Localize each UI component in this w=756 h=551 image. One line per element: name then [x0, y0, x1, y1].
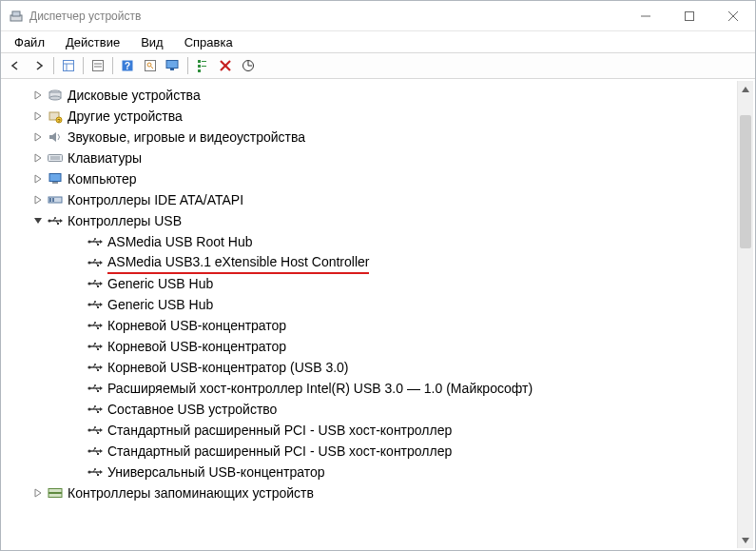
close-button[interactable]: [711, 1, 755, 30]
svg-point-66: [94, 384, 96, 386]
expand-toggle[interactable]: [31, 111, 45, 121]
usbdev-icon: [87, 234, 104, 249]
scrollbar-thumb[interactable]: [740, 115, 751, 248]
svg-rect-81: [48, 494, 62, 498]
svg-rect-76: [97, 453, 99, 455]
tree-item[interactable]: Стандартный расширенный PCI - USB хост-к…: [3, 441, 737, 462]
tree-item[interactable]: Расширяемый хост-контроллер Intel(R) USB…: [3, 378, 737, 399]
tree-config-icon[interactable]: [191, 55, 214, 76]
svg-rect-46: [97, 244, 99, 246]
tree-item[interactable]: Корневой USB-концентратор: [3, 336, 737, 357]
tree-item-label: Контроллеры IDE ATA/ATAPI: [68, 189, 243, 210]
tree-item-label: Стандартный расширенный PCI - USB хост-к…: [107, 441, 452, 462]
svg-rect-19: [198, 60, 201, 63]
expand-toggle[interactable]: [31, 174, 45, 184]
svg-rect-67: [97, 390, 99, 392]
tree-item-label: Клавиатуры: [68, 148, 142, 168]
refresh-icon[interactable]: [237, 55, 260, 76]
tree-item-label: Корневой USB-концентратор: [107, 315, 286, 336]
svg-point-63: [94, 364, 96, 365]
maximize-button[interactable]: [668, 1, 711, 30]
svg-rect-21: [198, 69, 201, 72]
expand-toggle[interactable]: [31, 90, 45, 100]
svg-point-59: [87, 344, 90, 347]
scroll-up-arrow[interactable]: [738, 81, 753, 97]
tree-item[interactable]: Универсальный USB-концентратор: [3, 462, 737, 482]
minimize-button[interactable]: [624, 1, 668, 30]
tree-category[interactable]: Контроллеры USB: [3, 210, 737, 231]
tree-item[interactable]: ASMedia USB3.1 eXtensible Host Controlle…: [3, 252, 737, 273]
scrollbar-vertical[interactable]: [737, 81, 753, 548]
tree-item[interactable]: Корневой USB-концентратор (USB 3.0): [3, 357, 737, 378]
svg-point-69: [94, 405, 96, 407]
scroll-down-arrow[interactable]: [738, 532, 753, 548]
tree-item-label: Контроллеры запоминающих устройств: [68, 482, 314, 503]
svg-point-47: [87, 261, 90, 264]
tree-category[interactable]: Звуковые, игровые и видеоустройства: [3, 127, 737, 148]
menu-action[interactable]: Действие: [56, 33, 129, 51]
tree-category[interactable]: Клавиатуры: [3, 148, 737, 168]
svg-point-57: [94, 322, 96, 324]
delete-icon[interactable]: [214, 55, 237, 76]
menubar: Файл Действие Вид Справка: [1, 31, 755, 52]
svg-rect-49: [97, 265, 99, 266]
expand-toggle[interactable]: [31, 153, 45, 163]
content-area: Дисковые устройства?Другие устройстваЗву…: [3, 81, 753, 548]
tree-item[interactable]: Стандартный расширенный PCI - USB хост-к…: [3, 420, 737, 441]
menu-file[interactable]: Файл: [5, 33, 54, 51]
tree-item-label: Расширяемый хост-контроллер Intel(R) USB…: [107, 378, 533, 399]
tree-category[interactable]: Дисковые устройства: [3, 85, 737, 106]
expand-toggle[interactable]: [31, 132, 45, 142]
usbdev-icon: [87, 381, 104, 396]
svg-rect-61: [97, 348, 99, 350]
tree-item-label: Стандартный расширенный PCI - USB хост-к…: [107, 420, 452, 441]
expand-toggle[interactable]: [31, 195, 45, 205]
svg-rect-18: [170, 69, 174, 70]
tree-item[interactable]: Корневой USB-концентратор: [3, 315, 737, 336]
computer-icon: [47, 171, 64, 187]
usbdev-icon: [87, 276, 104, 291]
toolbar-separator: [187, 57, 188, 74]
keyboard-icon: [47, 150, 64, 166]
storage-icon: [47, 485, 64, 501]
svg-point-41: [48, 219, 50, 222]
svg-rect-3: [686, 11, 694, 20]
tree-category[interactable]: Контроллеры запоминающих устройств: [3, 482, 737, 503]
svg-rect-37: [52, 182, 58, 184]
list-icon[interactable]: [87, 55, 109, 76]
tree-item[interactable]: Generic USB Hub: [3, 273, 737, 294]
tree-item-label: Корневой USB-концентратор (USB 3.0): [107, 357, 349, 378]
svg-point-65: [87, 386, 90, 389]
properties-icon[interactable]: [57, 55, 80, 76]
tree-item[interactable]: ASMedia USB Root Hub: [3, 231, 737, 252]
svg-rect-79: [97, 474, 99, 476]
back-button[interactable]: [5, 55, 28, 76]
svg-rect-52: [97, 285, 99, 287]
device-tree[interactable]: Дисковые устройства?Другие устройстваЗву…: [3, 81, 737, 548]
tree-category[interactable]: Компьютер: [3, 168, 737, 189]
svg-rect-40: [52, 198, 54, 202]
tree-item[interactable]: Составное USB устройство: [3, 399, 737, 420]
svg-point-44: [87, 240, 90, 243]
ide-icon: [47, 192, 64, 207]
svg-point-56: [87, 324, 90, 326]
svg-point-60: [94, 343, 96, 344]
menu-view[interactable]: Вид: [131, 33, 173, 51]
svg-point-48: [94, 259, 96, 261]
expand-toggle[interactable]: [31, 216, 45, 226]
help-icon[interactable]: ?: [116, 55, 139, 76]
menu-help[interactable]: Справка: [175, 33, 242, 51]
usbdev-icon: [87, 318, 104, 333]
usbdev-icon: [87, 297, 104, 312]
usbdev-icon: [87, 402, 104, 417]
tree-item[interactable]: Generic USB Hub: [3, 294, 737, 315]
tree-category[interactable]: ?Другие устройства: [3, 106, 737, 127]
scope-icon[interactable]: [139, 55, 162, 76]
monitor-icon[interactable]: [162, 55, 184, 76]
forward-button[interactable]: [28, 55, 50, 76]
tree-category[interactable]: Контроллеры IDE ATA/ATAPI: [3, 189, 737, 210]
expand-toggle[interactable]: [31, 488, 45, 498]
svg-rect-70: [97, 411, 99, 413]
toolbar-separator: [112, 57, 113, 74]
svg-rect-14: [145, 61, 156, 71]
